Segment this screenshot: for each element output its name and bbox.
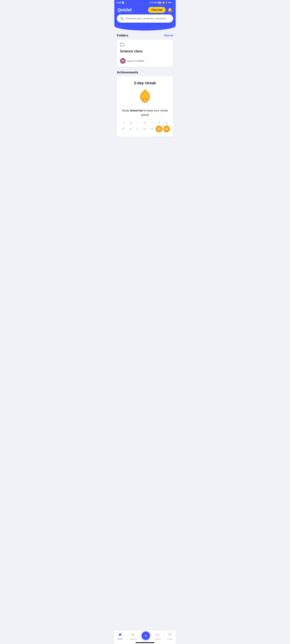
- signal-bars: ▌▌▌: [158, 2, 162, 4]
- svg-rect-2: [132, 633, 132, 634]
- nav-home[interactable]: Home: [116, 632, 124, 641]
- folder-name: Science class: [120, 49, 170, 53]
- main-content: Folders View all Science class 🐱 lauren7…: [114, 30, 176, 160]
- search-bar[interactable]: 🔍: [117, 14, 173, 23]
- nav-library-label: Library: [155, 638, 160, 640]
- wifi-icon: 📶: [162, 2, 165, 4]
- username: lauren77799999: [127, 60, 144, 62]
- day-label-2: T: [134, 122, 142, 124]
- streak-message-bold: tomorrow: [130, 109, 143, 112]
- day-label-3: W: [142, 122, 148, 124]
- streak-message-prefix: Study: [122, 109, 130, 112]
- search-wrapper: 🔍: [114, 14, 176, 26]
- search-input[interactable]: [126, 17, 170, 20]
- folders-view-all[interactable]: View all: [164, 34, 173, 37]
- streak-message-suffix: to keep your streak going!: [141, 109, 168, 116]
- wave-decoration: [114, 26, 176, 30]
- nav-profile[interactable]: Profile: [165, 632, 174, 641]
- svg-point-5: [169, 633, 170, 634]
- status-dot: ·: [125, 2, 126, 4]
- svg-rect-3: [132, 634, 132, 634]
- solutions-icon: [131, 633, 135, 638]
- nav-home-label: Home: [118, 638, 123, 640]
- date-18: 18: [142, 126, 148, 132]
- logo: Quizlet: [118, 8, 132, 12]
- day-label-6: S: [163, 122, 170, 124]
- streak-title: 2-day streak: [120, 81, 170, 85]
- battery-icon: 🔋: [165, 2, 168, 4]
- bottom-nav: Home Solutions Library: [114, 630, 176, 644]
- folder-user: 🐱 lauren77799999: [120, 58, 170, 64]
- date-21: 21: [163, 126, 170, 132]
- date-15: 15: [120, 126, 126, 132]
- day-label-4: T: [148, 122, 156, 124]
- date-16: 16: [127, 126, 134, 132]
- folder-card[interactable]: Science class 🐱 lauren77799999: [117, 40, 173, 67]
- home-icon: [118, 633, 122, 638]
- network-speed: 0.43 KB/s: [150, 2, 158, 4]
- calendar: S M T W T F S 15 16 17 18 19 20 21: [120, 122, 170, 132]
- day-label-0: S: [120, 122, 127, 124]
- battery-dot: ●: [172, 2, 173, 4]
- notification-bell-icon[interactable]: 🔔: [168, 8, 172, 12]
- status-right: 0.43 KB/s ▌▌▌ 📶 🔋 89% ●: [150, 2, 173, 4]
- time: 9:56: [117, 2, 121, 4]
- date-17: 17: [134, 126, 140, 132]
- nav-library[interactable]: Library: [153, 632, 162, 641]
- nav-solutions-label: Solutions: [129, 638, 137, 640]
- date-20: 20: [156, 126, 162, 132]
- status-left: 9:56 🔄 ·: [117, 1, 126, 4]
- calendar-dates: 15 16 17 18 19 20 21: [120, 126, 170, 132]
- sync-icon: 🔄: [122, 1, 124, 4]
- day-label-5: F: [156, 122, 163, 124]
- library-icon: [156, 633, 160, 638]
- nav-add-button[interactable]: [142, 632, 150, 640]
- folders-title: Folders: [117, 34, 128, 37]
- achievements-section-header: Achievements: [117, 70, 173, 74]
- streak-flame: 2: [138, 88, 152, 105]
- avatar-emoji: 🐱: [121, 59, 125, 63]
- home-indicator: [136, 642, 154, 643]
- avatar: 🐱: [120, 58, 126, 64]
- achievements-section: Achievements 2-day streak 2 Study tomorr…: [117, 70, 173, 137]
- header-right: Free trial 🔔: [148, 7, 172, 13]
- folder-icon: [120, 42, 170, 47]
- search-icon: 🔍: [120, 17, 124, 20]
- day-label-1: M: [127, 122, 134, 124]
- free-trial-button[interactable]: Free trial: [148, 7, 166, 13]
- svg-rect-4: [132, 635, 132, 635]
- battery-percent: 89%: [168, 2, 172, 4]
- achievement-card: 2-day streak 2 Study tomorrow to keep yo…: [117, 76, 173, 137]
- profile-icon: [168, 633, 172, 638]
- status-bar: 9:56 🔄 · 0.43 KB/s ▌▌▌ 📶 🔋 89% ●: [114, 0, 176, 5]
- nav-profile-label: Profile: [167, 638, 172, 640]
- nav-solutions[interactable]: Solutions: [127, 632, 139, 641]
- achievements-title: Achievements: [117, 70, 138, 74]
- date-19: 19: [148, 126, 155, 132]
- svg-text:2: 2: [144, 99, 146, 102]
- streak-message: Study tomorrow to keep your streak going…: [120, 108, 170, 117]
- calendar-days-header: S M T W T F S: [120, 122, 170, 124]
- folders-section-header: Folders View all: [117, 34, 173, 37]
